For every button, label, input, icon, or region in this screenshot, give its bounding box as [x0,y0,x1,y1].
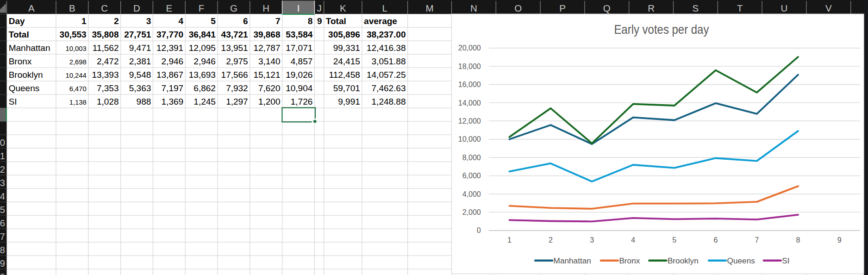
svg-text:2,000: 2,000 [462,208,481,216]
svg-text:H: H [262,3,269,13]
svg-text:5: 5 [672,236,676,244]
svg-text:N: N [470,3,477,13]
svg-text:M: M [425,3,433,13]
svg-text:T: T [737,3,743,13]
svg-text:6: 6 [243,16,248,26]
svg-text:38,237.00: 38,237.00 [367,30,406,39]
svg-text:4: 4 [179,16,184,26]
svg-text:average: average [364,16,397,26]
svg-text:R: R [648,3,655,13]
svg-text:B: B [69,3,75,13]
svg-text:Queens: Queens [727,256,755,265]
svg-text:2: 2 [549,236,553,244]
svg-text:7,462.63: 7,462.63 [372,83,406,93]
svg-text:2,472: 2,472 [97,56,119,66]
svg-text:13,393: 13,393 [92,70,119,80]
svg-text:5: 5 [0,205,5,215]
svg-text:C: C [101,3,108,13]
svg-text:12,000: 12,000 [458,117,481,125]
svg-text:7,932: 7,932 [226,83,248,93]
svg-text:8: 8 [796,236,800,244]
svg-text:Bronx: Bronx [619,256,640,265]
svg-text:P: P [559,3,566,13]
svg-text:Day: Day [9,16,25,26]
svg-text:7: 7 [275,16,281,26]
svg-text:1: 1 [507,236,512,244]
svg-text:12,416.38: 12,416.38 [367,43,406,53]
svg-text:3: 3 [146,16,151,26]
svg-text:8: 8 [308,16,313,26]
svg-text:0: 0 [477,226,481,234]
svg-text:6,862: 6,862 [194,83,216,93]
svg-text:39,868: 39,868 [253,30,280,39]
svg-text:SI: SI [782,256,789,265]
svg-text:6: 6 [713,236,718,244]
svg-text:20,000: 20,000 [458,44,481,52]
svg-text:43,721: 43,721 [221,30,249,39]
svg-text:1,297: 1,297 [226,97,248,106]
svg-text:F: F [199,3,205,13]
svg-text:14,057.25: 14,057.25 [367,70,406,80]
svg-text:9,548: 9,548 [129,70,151,80]
svg-text:Early votes per day: Early votes per day [614,22,709,37]
svg-text:12,095: 12,095 [189,43,216,53]
svg-text:2: 2 [114,16,119,26]
svg-text:12,391: 12,391 [156,43,183,53]
svg-text:9: 9 [317,16,322,26]
svg-text:14,000: 14,000 [458,99,481,107]
svg-text:2,381: 2,381 [129,56,151,66]
svg-text:3,140: 3,140 [258,56,281,66]
svg-text:I: I [297,3,300,13]
svg-text:G: G [230,3,237,13]
svg-text:1,028: 1,028 [97,97,119,106]
svg-text:Brooklyn: Brooklyn [9,70,43,80]
svg-text:Total: Total [9,30,29,39]
svg-text:0: 0 [0,138,5,148]
svg-text:3: 3 [590,236,594,244]
svg-text:30,553: 30,553 [60,30,87,39]
svg-text:2,975: 2,975 [226,56,248,66]
svg-text:1,138: 1,138 [69,99,87,106]
svg-text:SI: SI [9,97,17,106]
svg-text:D: D [133,3,140,13]
svg-text:7,353: 7,353 [97,83,119,93]
svg-text:18,000: 18,000 [458,62,481,70]
svg-text:Total: Total [326,16,346,26]
svg-text:2,946: 2,946 [194,56,216,66]
svg-text:7,197: 7,197 [162,83,184,93]
svg-text:3: 3 [0,178,5,188]
svg-text:112,458: 112,458 [329,70,360,80]
svg-text:4,857: 4,857 [291,56,313,66]
svg-text:Queens: Queens [9,83,40,93]
svg-text:Bronx: Bronx [9,56,32,66]
svg-text:99,331: 99,331 [333,43,360,53]
svg-text:9: 9 [0,258,5,269]
svg-text:53,584: 53,584 [286,30,313,39]
svg-text:35,808: 35,808 [92,30,119,39]
svg-text:7,620: 7,620 [258,83,281,93]
svg-text:13,693: 13,693 [189,70,216,80]
svg-text:E: E [166,3,172,13]
svg-text:10,904: 10,904 [286,83,313,93]
svg-text:6,000: 6,000 [462,172,481,180]
svg-text:12,787: 12,787 [253,43,280,53]
svg-text:17,566: 17,566 [221,70,248,80]
svg-text:3,051.88: 3,051.88 [372,56,406,66]
svg-text:15,121: 15,121 [253,70,280,80]
svg-text:8,000: 8,000 [462,154,481,162]
svg-text:7: 7 [0,231,5,242]
svg-text:16,000: 16,000 [458,81,481,88]
svg-text:V: V [825,3,832,13]
svg-text:U: U [781,3,788,13]
svg-text:37,770: 37,770 [156,30,183,39]
svg-text:4,000: 4,000 [462,190,481,198]
svg-text:1,726: 1,726 [291,97,313,106]
svg-text:10,244: 10,244 [65,72,86,79]
svg-text:9,471: 9,471 [129,43,151,53]
svg-text:10,000: 10,000 [458,135,481,143]
svg-text:17,071: 17,071 [286,43,312,53]
svg-text:1,200: 1,200 [258,97,281,106]
svg-text:24,415: 24,415 [333,56,360,66]
svg-text:1: 1 [81,16,87,26]
svg-text:988: 988 [137,97,151,106]
